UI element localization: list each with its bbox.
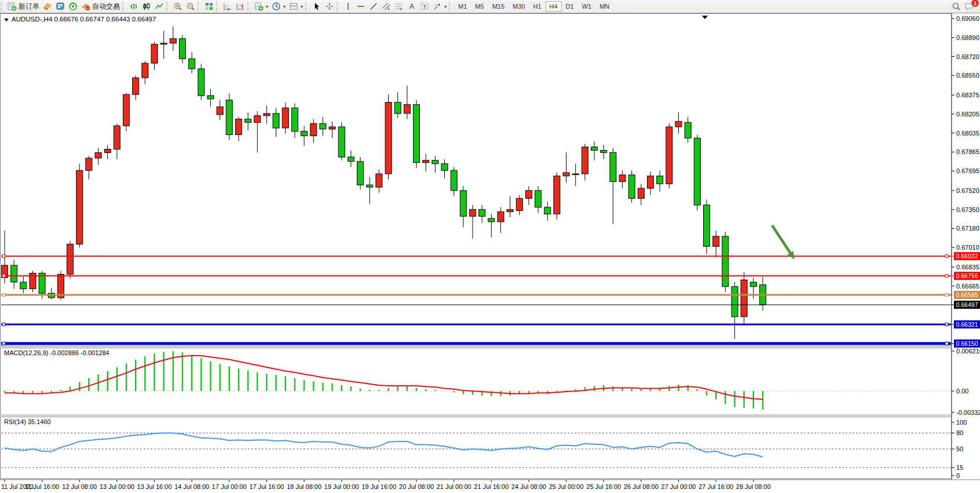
svg-text:0.66497: 0.66497	[956, 301, 978, 308]
horizontal-line-tool-button[interactable]	[354, 1, 367, 12]
tile-windows-button[interactable]	[203, 1, 215, 12]
svg-text:0.68375: 0.68375	[956, 92, 979, 98]
svg-text:0.69060: 0.69060	[956, 15, 979, 22]
search-button[interactable]	[950, 1, 963, 12]
templates-button[interactable]: ▾	[287, 1, 305, 12]
timeframe-button-m30[interactable]: M30	[509, 1, 529, 12]
fibonacci-icon: F	[394, 2, 404, 11]
candlestick-chart-button[interactable]	[140, 1, 153, 12]
svg-text:28 Jul 08:00: 28 Jul 08:00	[736, 483, 771, 490]
svg-text:0: 0	[956, 472, 960, 479]
svg-text:13 Jul 00:00: 13 Jul 00:00	[100, 483, 134, 490]
svg-text:17 Jul 00:00: 17 Jul 00:00	[212, 483, 247, 490]
zoom-in-button[interactable]	[171, 1, 184, 12]
price-tag-0.66321: 0.66321	[954, 320, 980, 328]
indicators-icon	[254, 2, 264, 11]
chart-shift-icon	[236, 2, 245, 11]
svg-text:20 Jul 08:00: 20 Jul 08:00	[399, 483, 434, 490]
toolbar-grip	[166, 2, 171, 11]
navigator-icon	[68, 2, 78, 11]
chart-shift-button[interactable]	[234, 1, 247, 12]
svg-text:11 Jul 16:00: 11 Jul 16:00	[25, 483, 59, 490]
data-window-button[interactable]	[54, 1, 67, 12]
svg-text:F: F	[400, 8, 403, 11]
trendline-tool-button[interactable]	[367, 1, 380, 12]
price-tag-0.66150: 0.66150	[954, 339, 980, 348]
svg-text:A: A	[409, 2, 414, 10]
crosshair-tool-button[interactable]	[323, 1, 336, 12]
periods-button[interactable]: ▾	[270, 1, 287, 12]
notifications-button[interactable]: 1	[963, 1, 977, 12]
svg-text:100: 100	[956, 419, 967, 426]
timeframe-button-m5[interactable]: M5	[471, 1, 488, 12]
periods-caret-icon: ▾	[283, 4, 286, 9]
price-tag-0.66497: 0.66497	[954, 301, 980, 309]
cursor-tool-button[interactable]	[310, 1, 323, 12]
timeframe-button-m15[interactable]: M15	[488, 1, 509, 12]
text-label-tool-button[interactable]: T	[418, 1, 431, 12]
timeframe-group: M1M5M15M30H1H4D1W1MN	[454, 1, 613, 12]
toolbar-grip	[198, 2, 202, 11]
svg-text:0.66932: 0.66932	[956, 253, 978, 260]
zoom-out-icon	[186, 2, 195, 11]
timeframe-button-h4[interactable]: H4	[546, 1, 562, 12]
bar-chart-button[interactable]	[127, 1, 140, 12]
line-chart-button[interactable]	[153, 1, 166, 12]
timeframe-button-mn[interactable]: MN	[595, 1, 613, 12]
svg-text:24 Jul 08:00: 24 Jul 08:00	[511, 483, 546, 490]
timeframe-button-m1[interactable]: M1	[454, 1, 471, 12]
market-watch-button[interactable]	[41, 1, 54, 12]
new-order-button[interactable]: 新订单	[6, 1, 41, 12]
auto-scroll-button[interactable]	[221, 1, 234, 12]
fibonacci-tool-button[interactable]: F	[393, 1, 405, 12]
autotrade-button[interactable]: 自动交易	[79, 1, 122, 12]
svg-text:0.68550: 0.68550	[956, 72, 979, 79]
trendline-icon	[369, 2, 378, 11]
indicators-button[interactable]: ▾	[253, 1, 270, 12]
chart-svg[interactable]: AUDUSD-,H4 0.66676 0.66747 0.66443 0.664…	[0, 13, 980, 493]
market-watch-icon	[43, 2, 52, 11]
autotrade-label: 自动交易	[92, 2, 120, 12]
rsi-pane-splitter[interactable]	[0, 415, 980, 417]
svg-text:14 Jul 08:00: 14 Jul 08:00	[174, 483, 209, 490]
svg-text:27 Jul 00:00: 27 Jul 00:00	[661, 483, 696, 490]
toolbar-grip	[305, 2, 310, 11]
svg-text:-0.00332: -0.00332	[956, 409, 980, 416]
line-chart-icon	[155, 2, 164, 11]
vertical-line-icon	[343, 2, 353, 11]
svg-text:12 Jul 08:00: 12 Jul 08:00	[62, 483, 97, 490]
svg-text:0.67695: 0.67695	[956, 167, 979, 174]
svg-text:21 Jul 00:00: 21 Jul 00:00	[437, 483, 471, 490]
indicators-caret-icon: ▾	[266, 4, 268, 9]
svg-text:0.67520: 0.67520	[956, 187, 979, 194]
svg-text:0.68205: 0.68205	[956, 111, 979, 118]
svg-text:0.66756: 0.66756	[956, 272, 978, 279]
arrows-tool-button[interactable]: ▾	[431, 1, 448, 12]
svg-text:0.67350: 0.67350	[956, 206, 979, 213]
timeframe-button-h1[interactable]: H1	[529, 1, 545, 12]
svg-text:25 Jul 16:00: 25 Jul 16:00	[586, 483, 621, 490]
svg-text:18 Jul 08:00: 18 Jul 08:00	[287, 483, 321, 490]
notification-badge: 1	[971, 0, 979, 8]
macd-pane-splitter[interactable]	[0, 346, 980, 348]
svg-text:0.66321: 0.66321	[956, 321, 978, 328]
data-window-icon	[56, 2, 65, 11]
zoom-out-button[interactable]	[184, 1, 197, 12]
new-order-label: 新订单	[19, 2, 39, 12]
timeframe-button-w1[interactable]: W1	[578, 1, 596, 12]
svg-text:19 Jul 00:00: 19 Jul 00:00	[324, 483, 359, 490]
chart-window[interactable]: AUDUSD-,H4 0.66676 0.66747 0.66443 0.664…	[0, 13, 980, 493]
svg-text:0.66835: 0.66835	[956, 264, 979, 271]
vertical-line-tool-button[interactable]	[342, 1, 354, 12]
timeframe-button-d1[interactable]: D1	[562, 1, 578, 12]
text-tool-button[interactable]: A	[405, 1, 418, 12]
svg-text:13 Jul 16:00: 13 Jul 16:00	[137, 483, 172, 490]
navigator-button[interactable]	[67, 1, 79, 12]
channel-icon: E	[382, 2, 391, 11]
toolbar: 新订单 自动交易 ▾ ▾	[0, 0, 980, 13]
svg-text:E: E	[387, 7, 390, 10]
crosshair-icon	[325, 2, 334, 11]
templates-caret-icon: ▾	[301, 4, 303, 9]
channel-tool-button[interactable]: E	[380, 1, 393, 12]
svg-text:0.67865: 0.67865	[956, 148, 979, 155]
